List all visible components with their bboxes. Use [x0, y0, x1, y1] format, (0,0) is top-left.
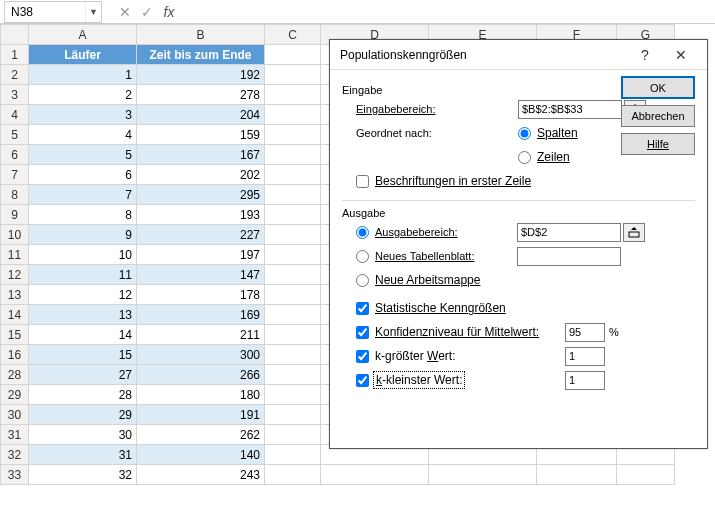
cell[interactable]: 11 [29, 265, 137, 285]
summary-stats-checkbox[interactable] [356, 302, 369, 315]
cell[interactable]: 15 [29, 345, 137, 365]
cancel-button[interactable]: Abbrechen [621, 105, 695, 127]
check-icon[interactable]: ✓ [136, 4, 158, 20]
col-header-C[interactable]: C [265, 25, 321, 45]
col-header-B[interactable]: B [137, 25, 265, 45]
cell[interactable] [265, 205, 321, 225]
cell[interactable]: 4 [29, 125, 137, 145]
cell[interactable] [265, 345, 321, 365]
kth-largest-field[interactable] [565, 347, 605, 366]
kth-smallest-field[interactable] [565, 371, 605, 390]
row-header[interactable]: 3 [1, 85, 29, 105]
cell[interactable]: 159 [137, 125, 265, 145]
cell[interactable]: 192 [137, 65, 265, 85]
cell[interactable]: 167 [137, 145, 265, 165]
cell[interactable]: 6 [29, 165, 137, 185]
cell[interactable]: 7 [29, 185, 137, 205]
cell[interactable]: 12 [29, 285, 137, 305]
row-header[interactable]: 29 [1, 385, 29, 405]
cell[interactable] [265, 65, 321, 85]
row-header[interactable]: 9 [1, 205, 29, 225]
cell[interactable]: 202 [137, 165, 265, 185]
input-range-field[interactable] [518, 100, 622, 119]
cell[interactable]: 243 [137, 465, 265, 485]
cell[interactable]: 140 [137, 445, 265, 465]
help-button[interactable]: Hilfe [621, 133, 695, 155]
cell[interactable] [265, 85, 321, 105]
help-icon[interactable]: ? [627, 41, 663, 69]
cell[interactable]: 262 [137, 425, 265, 445]
row-header[interactable]: 14 [1, 305, 29, 325]
cell[interactable]: 2 [29, 85, 137, 105]
new-workbook-radio[interactable] [356, 274, 369, 287]
cell[interactable]: 32 [29, 465, 137, 485]
output-range-field[interactable] [517, 223, 621, 242]
cell[interactable]: 169 [137, 305, 265, 325]
cell[interactable] [265, 125, 321, 145]
cell[interactable]: 197 [137, 245, 265, 265]
row-header[interactable]: 12 [1, 265, 29, 285]
cell[interactable]: 14 [29, 325, 137, 345]
cell[interactable]: 13 [29, 305, 137, 325]
select-all-corner[interactable] [1, 25, 29, 45]
confidence-field[interactable] [565, 323, 605, 342]
fx-icon[interactable]: fx [158, 4, 180, 20]
cell[interactable]: Zeit bis zum Ende [137, 45, 265, 65]
cell[interactable] [265, 405, 321, 425]
dialog-titlebar[interactable]: Populationskenngrößen ? ✕ [330, 40, 707, 70]
row-header[interactable]: 11 [1, 245, 29, 265]
row-header[interactable]: 33 [1, 465, 29, 485]
cell[interactable] [265, 305, 321, 325]
cell[interactable] [265, 145, 321, 165]
cell[interactable]: 10 [29, 245, 137, 265]
cell[interactable] [265, 325, 321, 345]
row-header[interactable]: 1 [1, 45, 29, 65]
chevron-down-icon[interactable]: ▼ [85, 2, 101, 22]
new-worksheet-radio[interactable] [356, 250, 369, 263]
cell[interactable]: 266 [137, 365, 265, 385]
collapse-dialog-icon[interactable] [623, 223, 645, 242]
cell[interactable]: 300 [137, 345, 265, 365]
cell[interactable]: 191 [137, 405, 265, 425]
row-header[interactable]: 28 [1, 365, 29, 385]
grouped-columns-radio[interactable] [518, 127, 531, 140]
cell[interactable]: 30 [29, 425, 137, 445]
cell[interactable] [537, 465, 617, 485]
kth-largest-checkbox[interactable] [356, 350, 369, 363]
cell[interactable] [321, 465, 429, 485]
close-icon[interactable]: ✕ [663, 41, 699, 69]
row-header[interactable]: 6 [1, 145, 29, 165]
cell[interactable]: 3 [29, 105, 137, 125]
cell[interactable] [265, 425, 321, 445]
ok-button[interactable]: OK [621, 76, 695, 99]
row-header[interactable]: 4 [1, 105, 29, 125]
cell[interactable] [265, 445, 321, 465]
row-header[interactable]: 10 [1, 225, 29, 245]
row-header[interactable]: 15 [1, 325, 29, 345]
cell[interactable]: 178 [137, 285, 265, 305]
cell[interactable]: 1 [29, 65, 137, 85]
cell[interactable]: 28 [29, 385, 137, 405]
col-header-A[interactable]: A [29, 25, 137, 45]
cell[interactable] [265, 365, 321, 385]
new-worksheet-field[interactable] [517, 247, 621, 266]
grouped-rows-radio[interactable] [518, 151, 531, 164]
cell[interactable]: 204 [137, 105, 265, 125]
cell[interactable]: 31 [29, 445, 137, 465]
row-header[interactable]: 2 [1, 65, 29, 85]
kth-smallest-checkbox[interactable] [356, 374, 369, 387]
cancel-icon[interactable]: ✕ [114, 4, 136, 20]
row-header[interactable]: 7 [1, 165, 29, 185]
output-range-radio[interactable] [356, 226, 369, 239]
cell[interactable]: 9 [29, 225, 137, 245]
cell[interactable] [265, 45, 321, 65]
cell[interactable] [617, 465, 675, 485]
cell[interactable] [429, 465, 537, 485]
row-header[interactable]: 31 [1, 425, 29, 445]
row-header[interactable]: 30 [1, 405, 29, 425]
cell[interactable] [265, 225, 321, 245]
cell[interactable] [265, 265, 321, 285]
cell[interactable]: 193 [137, 205, 265, 225]
confidence-checkbox[interactable] [356, 326, 369, 339]
row-header[interactable]: 8 [1, 185, 29, 205]
